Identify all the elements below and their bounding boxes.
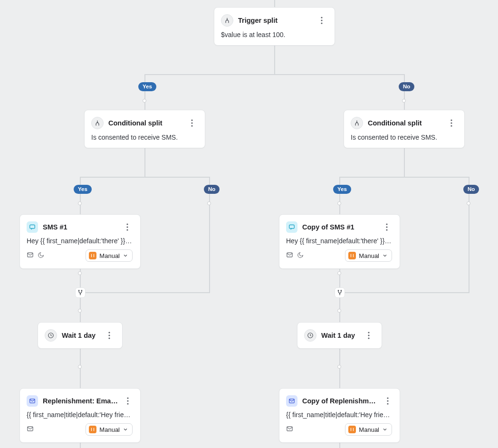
card-menu-button[interactable]	[384, 396, 392, 406]
svg-point-30	[127, 403, 128, 404]
connector-dot	[207, 201, 211, 205]
wait-card[interactable]: Wait 1 day	[297, 322, 382, 349]
send-mode-dropdown[interactable]: Manual	[345, 249, 392, 262]
connector-dot	[78, 309, 82, 313]
connector-line	[339, 177, 340, 214]
email-card[interactable]: Replenishment: Email #1 {{ first_name|ti…	[19, 388, 141, 443]
svg-point-3	[191, 119, 192, 121]
send-mode-dropdown[interactable]: Manual	[86, 423, 133, 436]
connector-dot	[337, 201, 341, 205]
sms-icon	[286, 221, 297, 233]
card-menu-button[interactable]	[316, 15, 327, 26]
svg-point-11	[126, 226, 128, 228]
chevron-down-icon	[123, 427, 128, 432]
svg-point-28	[127, 397, 128, 399]
card-title: Copy of SMS #1	[302, 223, 377, 231]
svg-point-29	[127, 400, 128, 401]
svg-point-7	[450, 122, 452, 124]
svg-rect-14	[289, 225, 295, 229]
svg-point-5	[191, 125, 192, 126]
email-card[interactable]: Copy of Replenishment: Em… {{ first_name…	[279, 388, 400, 443]
trigger-split-card[interactable]: Trigger split $value is at least 100.	[214, 7, 335, 46]
branch-pill-no: No	[204, 185, 220, 194]
card-menu-button[interactable]	[382, 222, 392, 232]
connector-line	[80, 292, 210, 293]
connector-line	[274, 0, 275, 7]
connector-line	[144, 74, 404, 75]
svg-point-0	[321, 17, 322, 18]
connector-line	[404, 74, 405, 110]
card-description: {{ first_name|title|default:'Hey friend'…	[286, 411, 392, 419]
svg-point-25	[368, 334, 369, 336]
connector-dot	[78, 365, 82, 369]
quiet-hours-icon	[297, 252, 304, 260]
svg-point-26	[368, 337, 369, 339]
branch-pill-yes: Yes	[74, 185, 92, 194]
card-menu-button[interactable]	[123, 396, 133, 406]
svg-point-22	[108, 337, 110, 339]
conditional-split-card[interactable]: Conditional split Is consented to receiv…	[344, 110, 465, 148]
send-mode-dropdown[interactable]: Manual	[86, 249, 133, 262]
card-title: Conditional split	[108, 119, 182, 127]
card-description: Hey {{ first_name|default:'there' }}, it…	[27, 237, 133, 245]
clock-icon	[304, 329, 316, 342]
sms-card[interactable]: SMS #1 Hey {{ first_name|default:'there'…	[19, 214, 141, 269]
quiet-hours-icon	[38, 252, 44, 260]
card-menu-button[interactable]	[122, 222, 133, 232]
svg-point-8	[450, 125, 452, 126]
card-description: $value is at least 100.	[221, 31, 327, 38]
send-mode-dropdown[interactable]: Manual	[345, 423, 392, 436]
send-mode-label: Manual	[99, 426, 120, 433]
svg-point-20	[108, 332, 110, 333]
svg-rect-9	[30, 225, 35, 229]
manual-status-icon	[348, 252, 356, 259]
send-mode-label: Manual	[359, 426, 379, 433]
svg-point-34	[387, 400, 389, 401]
connector-dot	[78, 201, 82, 205]
svg-point-21	[108, 334, 110, 336]
card-title: Copy of Replenishment: Em…	[302, 397, 379, 405]
svg-point-24	[368, 332, 369, 333]
svg-point-15	[386, 223, 387, 225]
branch-pill-no: No	[399, 82, 414, 91]
card-description: Is consented to receive SMS.	[91, 133, 197, 141]
card-menu-button[interactable]	[446, 118, 457, 128]
chevron-down-icon	[382, 253, 388, 258]
manual-status-icon	[89, 252, 96, 259]
chevron-down-icon	[123, 253, 128, 258]
connector-dot	[337, 309, 341, 313]
svg-point-35	[387, 403, 389, 404]
email-icon	[27, 395, 38, 407]
manual-status-icon	[348, 426, 356, 433]
smart-send-icon	[27, 425, 34, 434]
conditional-split-card[interactable]: Conditional split Is consented to receiv…	[84, 110, 205, 148]
connector-dot	[402, 99, 406, 103]
card-title: Wait 1 day	[62, 332, 99, 339]
card-title: SMS #1	[43, 223, 117, 231]
svg-point-17	[386, 229, 387, 230]
connector-line	[144, 74, 145, 110]
svg-point-4	[191, 122, 192, 124]
branch-pill-no: No	[463, 185, 479, 194]
connector-line	[80, 177, 81, 214]
card-menu-button[interactable]	[104, 330, 115, 341]
connector-dot	[467, 201, 470, 205]
email-icon	[286, 395, 297, 407]
split-icon	[91, 117, 104, 129]
manual-status-icon	[89, 426, 96, 433]
wait-card[interactable]: Wait 1 day	[38, 322, 123, 349]
connector-line	[339, 177, 469, 178]
card-menu-button[interactable]	[187, 118, 197, 128]
smart-send-icon	[286, 425, 293, 434]
sms-card[interactable]: Copy of SMS #1 Hey {{ first_name|default…	[279, 214, 400, 269]
split-icon	[221, 14, 233, 27]
merge-icon	[75, 287, 86, 298]
send-mode-label: Manual	[359, 252, 379, 259]
card-title: Wait 1 day	[321, 332, 359, 339]
connector-dot	[78, 271, 82, 275]
clock-icon	[45, 329, 57, 342]
card-menu-button[interactable]	[364, 330, 374, 341]
connector-line	[339, 292, 469, 293]
connector-dot	[337, 365, 341, 369]
connector-dot	[337, 271, 341, 275]
